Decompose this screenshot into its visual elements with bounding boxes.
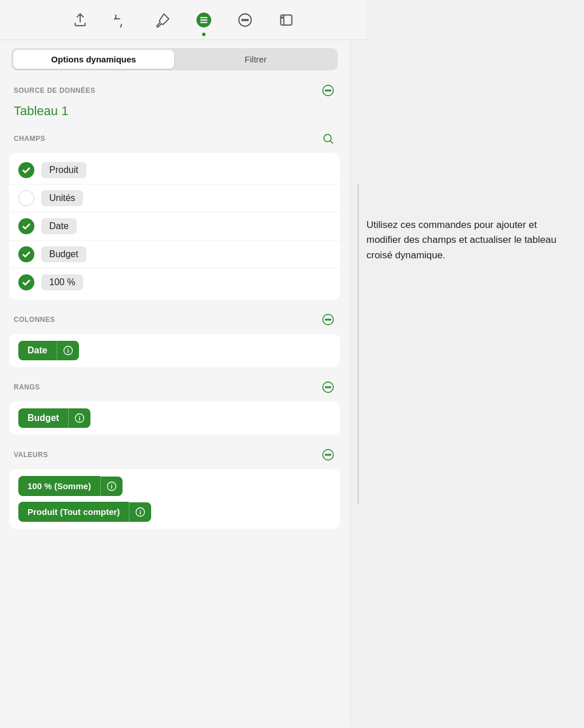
rows-label: RANGS: [14, 383, 40, 391]
field-tag-date: Date: [41, 218, 77, 234]
values-section-header: VALEURS: [0, 444, 349, 466]
svg-point-7: [247, 19, 248, 21]
svg-point-10: [282, 17, 283, 18]
data-source-more-icon[interactable]: [321, 83, 336, 98]
svg-point-18: [325, 319, 326, 320]
columns-section-header: COLONNES: [0, 309, 349, 330]
panel: Options dynamiques Filtrer SOURCE DE DON…: [0, 40, 349, 727]
columns-box: Date: [9, 334, 340, 367]
field-item-unites[interactable]: Unités: [9, 184, 340, 213]
field-checkbox-unites[interactable]: [18, 190, 34, 206]
value-tag-produit-count[interactable]: Produit (Tout compter): [18, 502, 129, 522]
svg-point-14: [330, 90, 331, 91]
more-icon[interactable]: [236, 11, 254, 29]
fields-label: CHAMPS: [14, 135, 45, 143]
svg-point-33: [327, 454, 329, 455]
value-info-produit-icon[interactable]: [129, 502, 151, 522]
field-item-100pct[interactable]: 100 %: [9, 269, 340, 296]
field-tag-produit: Produit: [41, 162, 86, 178]
data-source-label: SOURCE DE DONNÉES: [14, 86, 96, 95]
field-checkbox-budget[interactable]: [18, 246, 34, 262]
fields-box: Produit Unités Date Budget 100 %: [9, 153, 340, 300]
values-box: 100 % (Somme) Produit (Tout compter): [9, 469, 340, 529]
rows-section-header: RANGS: [0, 376, 349, 398]
rows-box: Budget: [9, 402, 340, 435]
rows-more-icon[interactable]: [321, 380, 336, 395]
pivot-icon[interactable]: [195, 11, 213, 29]
svg-point-19: [327, 319, 329, 320]
field-checkbox-100pct[interactable]: [18, 274, 34, 290]
field-item-produit[interactable]: Produit: [9, 156, 340, 184]
field-tag-budget: Budget: [41, 246, 86, 262]
values-label: VALEURS: [14, 451, 48, 459]
svg-point-32: [325, 454, 326, 455]
svg-line-16: [330, 141, 333, 143]
value-tag-100pct-somme[interactable]: 100 % (Somme): [18, 476, 100, 496]
tab-options-dynamiques[interactable]: Options dynamiques: [13, 50, 174, 69]
rows-budget-tag[interactable]: Budget: [18, 408, 68, 428]
tabs: Options dynamiques Filtrer: [11, 48, 338, 70]
field-tag-unites: Unités: [41, 190, 83, 206]
data-source-section-header: SOURCE DE DONNÉES: [0, 80, 349, 101]
svg-point-25: [325, 387, 326, 388]
tab-filtrer[interactable]: Filtrer: [175, 50, 336, 69]
svg-point-34: [330, 454, 331, 455]
share-icon[interactable]: [71, 11, 89, 29]
svg-point-5: [242, 19, 243, 21]
preview-icon[interactable]: [277, 11, 295, 29]
svg-point-27: [330, 387, 331, 388]
field-tag-100pct: 100 %: [41, 274, 83, 290]
annotation-line: [358, 183, 358, 504]
field-checkbox-date[interactable]: [18, 218, 34, 234]
columns-date-info-icon[interactable]: [57, 341, 79, 360]
value-info-100pct-icon[interactable]: [100, 477, 123, 496]
field-item-date[interactable]: Date: [9, 213, 340, 241]
svg-point-20: [330, 319, 331, 320]
fields-section-header: CHAMPS: [0, 128, 349, 149]
value-row-100pct: 100 % (Somme): [18, 476, 331, 496]
annotation-text: Utilisez ces commandes pour ajouter et m…: [366, 218, 573, 263]
undo-icon[interactable]: [112, 11, 131, 29]
value-row-produit: Produit (Tout compter): [18, 502, 331, 522]
toolbar: [0, 0, 366, 40]
columns-more-icon[interactable]: [321, 312, 336, 327]
fields-search-icon[interactable]: [321, 131, 336, 146]
field-item-budget[interactable]: Budget: [9, 241, 340, 269]
values-more-icon[interactable]: [321, 447, 336, 462]
field-checkbox-produit[interactable]: [18, 162, 34, 178]
svg-point-6: [244, 19, 246, 21]
rows-budget-info-icon[interactable]: [68, 408, 90, 428]
brush-icon[interactable]: [153, 11, 172, 29]
svg-point-12: [325, 90, 326, 91]
svg-point-26: [327, 387, 329, 388]
columns-date-tag[interactable]: Date: [18, 341, 57, 360]
columns-label: COLONNES: [14, 316, 55, 324]
data-source-value[interactable]: Tableau 1: [0, 101, 349, 128]
svg-point-13: [327, 90, 329, 91]
